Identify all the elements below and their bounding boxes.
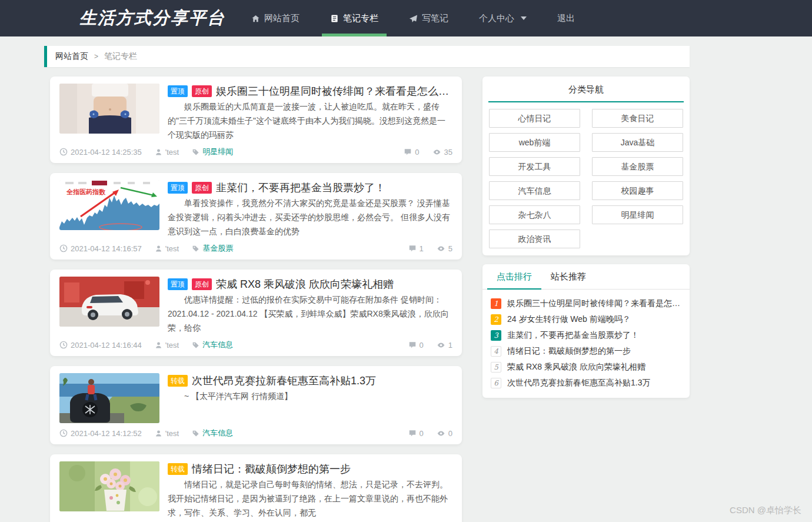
caret-down-icon (521, 16, 527, 20)
rank-badge: 5 (491, 362, 501, 373)
sidebar: 分类导航 心情日记 美食日记 web前端 Java基础 开发工具 基金股票 汽车… (482, 77, 690, 398)
article-card: 全指医药指数 置顶 原创 韭菜们，不要再 (50, 173, 462, 260)
clock-icon (59, 148, 68, 156)
nav-label: 网站首页 (264, 13, 299, 24)
article-date: 2021-04-12 14:16:57 (71, 244, 142, 253)
main-nav: 网站首页 笔记专栏 写笔记 个人中心 退出 (229, 0, 583, 36)
comment-icon (408, 341, 417, 349)
csdn-watermark: CSDN @卓怡学长 (730, 505, 801, 516)
comment-icon (408, 429, 417, 437)
article-thumbnail[interactable]: 全指医药指数 (59, 180, 159, 230)
article-meta: 2021-04-12 14:16:57 'test 基金股票 1 5 (59, 243, 452, 254)
ranking-item: 6 次世代昂克赛拉新春钜惠至高补贴1.3万 (491, 375, 681, 391)
ranking-item-link[interactable]: 娱乐圈三十位明星同时被传绯闻？来看看是怎么回事 (507, 298, 681, 309)
article-title-link[interactable]: 荣威 RX8 乘风破浪 欣欣向荣壕礼相赠 (216, 277, 394, 291)
article-thumbnail[interactable] (59, 373, 159, 423)
article-meta: 2021-04-12 14:16:44 'test 汽车信息 0 1 (59, 340, 452, 350)
view-count: 35 (444, 148, 452, 157)
category-nav-title: 分类导航 (488, 77, 684, 102)
ranking-item: 4 情绪日记：戳破颠倒梦想的第一步 (491, 343, 681, 359)
breadcrumb-current: 笔记专栏 (104, 51, 137, 62)
article-excerpt: 单看投资操作，我竟然分不清大家买的究竟是基金还是买股票？ 没弄懂基金投资逻辑，闷… (168, 196, 452, 238)
category-button-funds-stocks[interactable]: 基金股票 (592, 157, 683, 176)
eye-icon (437, 244, 445, 253)
rank-badge: 6 (491, 378, 501, 388)
article-thumbnail[interactable] (59, 84, 159, 134)
article-category-link[interactable]: 汽车信息 (202, 340, 233, 350)
rank-badge: 4 (491, 346, 501, 357)
article-thumbnail[interactable] (59, 461, 159, 511)
category-button-misc[interactable]: 杂七杂八 (489, 205, 580, 224)
ranking-item-link[interactable]: 韭菜们，不要再把基金当股票炒了！ (507, 330, 639, 341)
user-icon (155, 245, 162, 252)
site-logo[interactable]: 生活方式分享平台 (79, 6, 225, 30)
category-button-celebrity-gossip[interactable]: 明星绯闻 (592, 205, 683, 224)
article-thumbnail[interactable] (59, 277, 159, 327)
article-meta: 2021-04-12 14:12:52 'test 汽车信息 0 0 (59, 428, 452, 438)
category-button-dev-tools[interactable]: 开发工具 (489, 157, 580, 176)
nav-label: 笔记专栏 (343, 13, 378, 24)
tab-click-ranking[interactable]: 点击排行 (487, 264, 541, 289)
paper-plane-icon (409, 14, 418, 23)
badge-original: 原创 (192, 182, 212, 194)
category-button-car-info[interactable]: 汽车信息 (489, 181, 580, 200)
ranking-item-link[interactable]: 情绪日记：戳破颠倒梦想的第一步 (507, 346, 631, 357)
article-category-link[interactable]: 汽车信息 (202, 428, 233, 438)
article-category-link[interactable]: 明星绯闻 (202, 147, 233, 157)
article-date: 2021-04-12 14:16:44 (71, 341, 142, 350)
article-excerpt: 优惠详情提醒：过低的报价在实际交易中可能存在附加条件 促销时间：2021.04.… (168, 292, 452, 335)
ranking-item-link[interactable]: 荣威 RX8 乘风破浪 欣欣向荣壕礼相赠 (507, 362, 645, 373)
nav-item-notes[interactable]: 笔记专栏 (322, 0, 387, 36)
badge-repost: 转载 (168, 375, 188, 387)
category-button-mood-diary[interactable]: 心情日记 (489, 109, 580, 128)
article-title-link[interactable]: 次世代昂克赛拉新春钜惠至高补贴1.3万 (192, 374, 376, 388)
article-title-link[interactable]: 娱乐圈三十位明星同时被传绯闻？来看看是怎么回事 (216, 84, 452, 98)
ranking-item-link[interactable]: 次世代昂克赛拉新春钜惠至高补贴1.3万 (507, 378, 650, 388)
category-button-web-frontend[interactable]: web前端 (489, 133, 580, 152)
article-excerpt: 情绪日记，就是记录自己每时每刻的情绪、想法，只是记录，不去评判。 我开始记情绪日… (168, 477, 452, 520)
ranking-item: 5 荣威 RX8 乘风破浪 欣欣向荣壕礼相赠 (491, 359, 681, 375)
nav-label: 写笔记 (422, 13, 448, 24)
user-icon (155, 430, 162, 437)
comment-count: 0 (415, 148, 419, 157)
badge-repost: 转载 (168, 463, 188, 475)
pregnant-belly-photo (59, 84, 159, 134)
category-button-java-basics[interactable]: Java基础 (592, 133, 683, 152)
home-icon (251, 14, 260, 23)
nav-item-profile[interactable]: 个人中心 (471, 0, 535, 36)
article-title-link[interactable]: 情绪日记：戳破颠倒梦想的第一步 (192, 462, 351, 476)
chart-label: 全指医药指数 (66, 188, 106, 195)
view-count: 0 (448, 429, 452, 438)
article-date: 2021-04-12 14:25:35 (71, 148, 142, 157)
tag-icon (192, 430, 199, 437)
tab-webmaster-recommend[interactable]: 站长推荐 (541, 264, 595, 289)
ranking-tabs: 点击排行 站长推荐 (482, 264, 690, 290)
category-button-food-diary[interactable]: 美食日记 (592, 109, 683, 128)
article-category-link[interactable]: 基金股票 (202, 243, 233, 254)
article-title-link[interactable]: 韭菜们，不要再把基金当股票炒了！ (216, 181, 385, 195)
article-author: 'test (165, 429, 179, 438)
user-icon (155, 148, 162, 156)
category-nav-panel: 分类导航 心情日记 美食日记 web前端 Java基础 开发工具 基金股票 汽车… (482, 77, 690, 255)
article-list: 置顶 原创 娱乐圈三十位明星同时被传绯闻？来看看是怎么回事 娱乐圈最近的大瓜简直… (50, 77, 462, 522)
breadcrumb-home-link[interactable]: 网站首页 (55, 51, 88, 62)
badge-pinned: 置顶 (168, 278, 188, 290)
category-button-campus-fun[interactable]: 校园趣事 (592, 181, 683, 200)
article-card: 置顶 原创 娱乐圈三十位明星同时被传绯闻？来看看是怎么回事 娱乐圈最近的大瓜简直… (50, 77, 462, 163)
eye-icon (432, 148, 441, 157)
clock-icon (59, 341, 68, 349)
flowers-in-vase-photo (59, 461, 159, 511)
nav-item-logout[interactable]: 退出 (549, 0, 583, 36)
ranking-item-link[interactable]: 24 岁女生转行做 Web 前端晚吗？ (507, 314, 631, 325)
user-icon (155, 341, 162, 349)
article-author: 'test (165, 244, 179, 253)
tag-icon (192, 148, 199, 156)
comment-icon (408, 244, 417, 252)
article-card: 转载 次世代昂克赛拉新春钜惠至高补贴1.3万 ~ 【太平洋汽车网 行情频道】 2… (50, 366, 462, 444)
category-button-politics-news[interactable]: 政治资讯 (489, 230, 580, 248)
nav-label: 个人中心 (479, 13, 514, 24)
nav-item-write[interactable]: 写笔记 (401, 0, 457, 36)
clock-icon (59, 429, 68, 437)
breadcrumb: 网站首页 > 笔记专栏 (44, 46, 690, 67)
nav-item-home[interactable]: 网站首页 (243, 0, 308, 36)
